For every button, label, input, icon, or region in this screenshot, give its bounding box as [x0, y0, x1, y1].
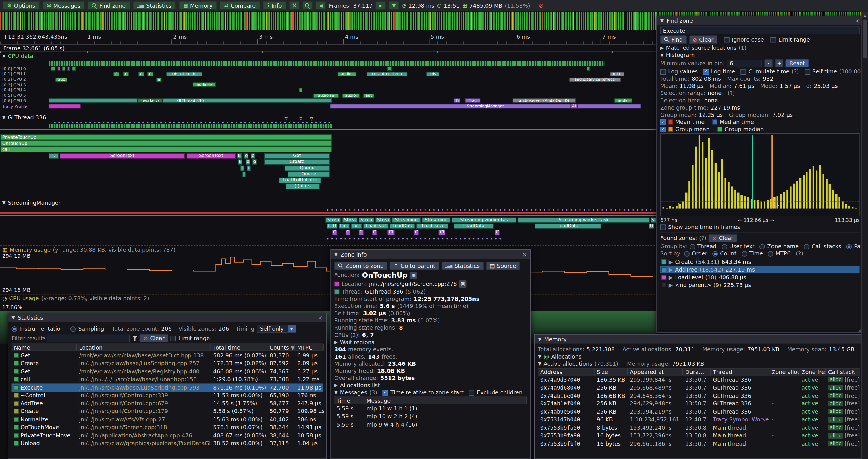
expand-arrow-icon[interactable]: ▶: [660, 45, 664, 50]
close-icon[interactable]: ×: [318, 314, 322, 320]
memory-usage-header[interactable]: ▦ Memory usage (y-range: 30.88 KB, visib…: [2, 247, 176, 253]
zone-chip[interactable]: Get: [264, 153, 330, 159]
collapse-arrow-icon[interactable]: ▼: [660, 18, 664, 23]
alloc-callstack-button[interactable]: alloc: [828, 393, 843, 398]
ignore-case-checkbox[interactable]: [724, 37, 730, 42]
toolbar-button-find-zone[interactable]: Find zone: [88, 1, 130, 10]
alloc-callstack-button[interactable]: alloc: [828, 401, 843, 406]
zone-chip[interactable]: [49, 61, 604, 65]
alloc-callstack-button[interactable]: alloc: [828, 377, 843, 382]
toolbar-button-memory[interactable]: ▦Memory: [179, 1, 217, 10]
zone-chip[interactable]: į:: [49, 153, 59, 159]
stats-column-location[interactable]: Location: [77, 344, 211, 351]
allocations-header[interactable]: Allocations: [552, 353, 582, 359]
zone-chip[interactable]: [587, 67, 590, 71]
zone-chip[interactable]: cds_ol_rx_thr: [166, 72, 203, 76]
legend-checkbox[interactable]: ✓: [660, 126, 666, 132]
help-marker[interactable]: (?): [699, 235, 706, 241]
thread-zone-bar[interactable]: call: [0, 147, 332, 152]
zone-info-titlebar[interactable]: ▼ Zone info ×: [331, 250, 530, 259]
expand-arrow-icon[interactable]: ▶: [334, 339, 338, 345]
messages-header[interactable]: Messages: [340, 390, 367, 396]
zone-chip[interactable]: LoadDaU: [363, 224, 389, 229]
stats-row[interactable]: Normalizejni/../jni/src/claw/vfs/Vfs.cpp…: [11, 415, 322, 423]
zone-chip[interactable]: Create: [264, 159, 330, 165]
stats-row[interactable]: ~Controljni/../jni/src/guif/Control.cpp:…: [11, 391, 322, 399]
zone-chip[interactable]: StreamingManager: [330, 104, 641, 108]
message-dots[interactable]: [326, 237, 501, 240]
zone-chip[interactable]: LoadDaU: [390, 224, 415, 229]
zone-chip[interactable]: ( ( ē ( :-: [285, 184, 320, 189]
collapse-arrow-icon[interactable]: ▼: [11, 315, 15, 320]
found-zone-group[interactable]: ▶LoadLevel(18)406.88 µs: [660, 273, 860, 281]
zone-chip[interactable]: Queue: [284, 165, 330, 171]
exclude-children-checkbox[interactable]: [469, 390, 474, 395]
filter-input[interactable]: [48, 334, 130, 342]
zone-chip[interactable]: ī: [240, 165, 244, 171]
zone-chip[interactable]: mi.ti: [610, 72, 624, 76]
stats-row[interactable]: Createjni/../jni/src/guif/Control.cpp:17…: [11, 407, 322, 415]
zone-chip[interactable]: Ai: [570, 104, 578, 108]
collapse-arrow-icon[interactable]: ▼: [538, 354, 541, 359]
statistics-titlebar[interactable]: ▼ Statistics ×: [8, 313, 326, 322]
memory-column-size[interactable]: Size: [595, 368, 628, 375]
show-zone-time-checkbox[interactable]: [660, 224, 666, 230]
tools-button[interactable]: ⚒: [289, 1, 300, 10]
zone-chip[interactable]: ě: [138, 72, 145, 76]
stats-row[interactable]: calljni/../jni/../../../src/claw/base/Lu…: [11, 375, 322, 383]
zone-chip[interactable]: ɪ: [242, 171, 246, 177]
stats-row[interactable]: OnTouchMovejni/../jni/src/guif/Screen.cp…: [11, 423, 322, 431]
stats-column-total-time[interactable]: Total time: [211, 344, 268, 351]
zone-info-button-statistics[interactable]: ▂▅▇Statistics: [441, 262, 484, 270]
zone-chip[interactable]: [49, 104, 81, 108]
stats-column-counts[interactable]: Counts▼: [268, 344, 295, 351]
instrumentation-radio[interactable]: [11, 326, 17, 332]
filter-funnel-icon[interactable]: [132, 336, 137, 341]
scroll-up-icon[interactable]: ▲: [862, 11, 868, 18]
zone-chip[interactable]: audiose: [193, 83, 216, 87]
memory-column-zone-alloc[interactable]: Zone alloc: [770, 368, 799, 375]
zone-chip[interactable]: audio: [614, 99, 632, 103]
zone-chip[interactable]: [51, 67, 55, 71]
zone-chip[interactable]: ě: [246, 159, 250, 165]
stats-row[interactable]: Executejni/../jni/src/claw/base/LuaScrip…: [11, 383, 322, 391]
search-input[interactable]: Execute: [660, 26, 860, 34]
message-dots[interactable]: [53, 121, 332, 124]
collapse-arrow-icon[interactable]: ▼: [334, 252, 338, 257]
zone-chip[interactable]: č: [114, 72, 120, 76]
memory-column-dura-[interactable]: Dura…: [683, 368, 711, 375]
zone-chip[interactable]: cds_ol_rx_threa: [367, 72, 408, 76]
checkbox-cumulate-time[interactable]: [741, 69, 746, 74]
limit-range-checkbox[interactable]: [771, 37, 776, 42]
zone-chip[interactable]: C: [345, 230, 350, 235]
allocations-list-label[interactable]: Allocations list: [340, 382, 380, 388]
zone-chip[interactable]: [299, 88, 303, 92]
sort-by-count[interactable]: [712, 251, 718, 256]
group-by-call-stacks[interactable]: [804, 244, 809, 249]
scrollbar-thumb[interactable]: [863, 19, 867, 58]
close-icon[interactable]: ×: [522, 252, 527, 258]
zone-chip[interactable]: C: [359, 230, 364, 235]
zone-chip[interactable]: LoaULoiUpLoUp: [279, 178, 321, 183]
thread-zone-bar[interactable]: OnTouchUp: [0, 140, 332, 146]
collapse-arrow-icon[interactable]: ▼: [538, 361, 541, 366]
zone-info-button-source[interactable]: ▤Source: [486, 262, 520, 270]
memory-column-appeared-at[interactable]: Appeared at: [628, 368, 683, 375]
stats-column-mtpc[interactable]: MTPC: [295, 344, 324, 351]
zone-chip[interactable]: [72, 67, 76, 71]
glthread-section-header[interactable]: ▼ GLThread 336: [2, 114, 46, 121]
expand-arrow-icon[interactable]: ▶: [334, 383, 338, 388]
zone-chip[interactable]: [57, 67, 60, 71]
matched-locations-label[interactable]: Matched source locations: [666, 45, 737, 51]
sort-by-mtpc[interactable]: [768, 251, 773, 256]
toolbar-button-options[interactable]: ⚙Options: [3, 1, 40, 10]
memory-column-zone-free[interactable]: Zone free: [799, 368, 826, 375]
cpu-data-header[interactable]: ▼ CPU data: [2, 53, 33, 59]
next-frame-button[interactable]: ▶: [375, 1, 386, 10]
help-marker[interactable]: (?): [796, 251, 803, 257]
clear-found-button[interactable]: ⊘Clear: [709, 234, 737, 242]
thread-zone-bar[interactable]: PrivateTouchUp: [0, 134, 332, 140]
group-by-user-text[interactable]: [721, 244, 727, 249]
zone-info-button-go-to-parent[interactable]: ↑Go to parent: [390, 262, 439, 270]
collapse-arrow-icon[interactable]: ▼: [660, 53, 664, 57]
